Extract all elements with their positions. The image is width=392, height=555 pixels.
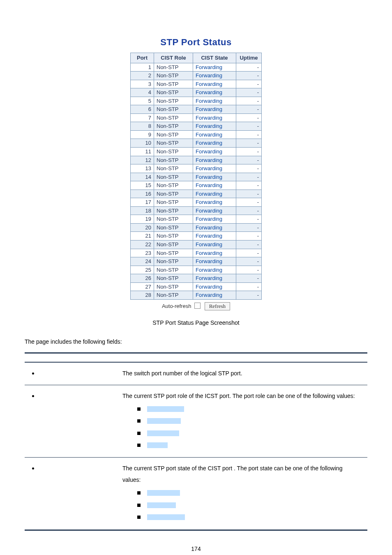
table-row: 26Non-STPForwarding- (131, 274, 262, 283)
uptime-cell: - (236, 223, 262, 232)
bullet-icon (32, 372, 34, 375)
port-cell: 3 (131, 80, 154, 88)
square-icon (137, 504, 141, 507)
page-title: STP Port Status (25, 37, 367, 48)
port-cell: 26 (131, 274, 154, 283)
col-port: Port (131, 53, 154, 63)
state-cell: Forwarding (193, 164, 236, 173)
port-cell: 10 (131, 139, 154, 148)
table-row: 16Non-STPForwarding- (131, 190, 262, 198)
square-icon (137, 419, 141, 423)
table-row: 20Non-STPForwarding- (131, 223, 262, 232)
role-cell: Non-STP (154, 105, 193, 114)
state-cell: Forwarding (193, 173, 236, 181)
uptime-cell: - (236, 88, 262, 97)
uptime-cell: - (236, 198, 262, 207)
state-cell: Forwarding (193, 63, 236, 72)
col-state: CIST State (193, 53, 236, 63)
port-cell: 8 (131, 122, 154, 131)
state-cell: Forwarding (193, 274, 236, 283)
table-row: 19Non-STPForwarding- (131, 215, 262, 224)
auto-refresh-label: Auto-refresh (162, 303, 191, 309)
refresh-button[interactable]: Refresh (205, 302, 230, 310)
port-cell: 15 (131, 181, 154, 190)
port-cell: 23 (131, 249, 154, 257)
state-cell: Forwarding (193, 232, 236, 240)
role-cell: Non-STP (154, 232, 193, 240)
role-cell: Non-STP (154, 198, 193, 207)
uptime-cell: - (236, 274, 262, 283)
uptime-cell: - (236, 282, 262, 291)
state-cell: Forwarding (193, 122, 236, 131)
port-cell: 5 (131, 97, 154, 105)
desc-text: The switch port number of the logical ST… (117, 362, 367, 385)
table-row: 14Non-STPForwarding- (131, 173, 262, 181)
uptime-cell: - (236, 156, 262, 164)
table-row: 27Non-STPForwarding- (131, 282, 262, 291)
uptime-cell: - (236, 130, 262, 139)
table-row: 28Non-STPForwarding- (131, 291, 262, 300)
table-row: 24Non-STPForwarding- (131, 257, 262, 266)
role-cell: Non-STP (154, 266, 193, 274)
state-cell: Forwarding (193, 72, 236, 80)
table-header-row: Port CIST Role CIST State Uptime (131, 53, 262, 63)
state-cell: Forwarding (193, 198, 236, 207)
port-cell: 28 (131, 291, 154, 300)
screenshot-caption: STP Port Status Page Screenshot (25, 319, 367, 326)
role-cell: Non-STP (154, 130, 193, 139)
state-cell: Forwarding (193, 105, 236, 114)
state-cell: Forwarding (193, 249, 236, 257)
port-cell: 7 (131, 113, 154, 122)
table-row: 12Non-STPForwarding- (131, 156, 262, 164)
uptime-cell: - (236, 139, 262, 148)
role-cell: Non-STP (154, 139, 193, 148)
port-cell: 1 (131, 63, 154, 72)
auto-refresh-checkbox[interactable] (194, 303, 201, 309)
role-cell: Non-STP (154, 63, 193, 72)
role-cell: Non-STP (154, 97, 193, 105)
port-cell: 22 (131, 240, 154, 249)
uptime-cell: - (236, 148, 262, 156)
role-cell: Non-STP (154, 249, 193, 257)
port-cell: 13 (131, 164, 154, 173)
fields-intro: The page includes the following fields: (25, 338, 367, 345)
table-row: 2Non-STPForwarding- (131, 72, 262, 80)
state-cell: Forwarding (193, 80, 236, 88)
state-cell: Forwarding (193, 113, 236, 122)
state-cell: Forwarding (193, 156, 236, 164)
table-row: 7Non-STPForwarding- (131, 113, 262, 122)
uptime-cell: - (236, 215, 262, 224)
redacted-value (147, 502, 176, 508)
state-cell: Forwarding (193, 206, 236, 215)
desc-text: The current STP port state of the CIST p… (122, 465, 342, 483)
square-icon (137, 491, 141, 495)
square-icon (137, 407, 141, 411)
role-cell: Non-STP (154, 223, 193, 232)
table-row: 21Non-STPForwarding- (131, 232, 262, 240)
port-cell: 4 (131, 88, 154, 97)
port-cell: 17 (131, 198, 154, 207)
redacted-value (147, 430, 179, 436)
stp-port-status-table-wrap: Port CIST Role CIST State Uptime 1Non-ST… (130, 53, 262, 313)
uptime-cell: - (236, 291, 262, 300)
state-cell: Forwarding (193, 240, 236, 249)
role-cell: Non-STP (154, 215, 193, 224)
table-row: 18Non-STPForwarding- (131, 206, 262, 215)
state-cell: Forwarding (193, 266, 236, 274)
table-row: 8Non-STPForwarding- (131, 122, 262, 131)
table-row: 3Non-STPForwarding- (131, 80, 262, 88)
role-cell: Non-STP (154, 122, 193, 131)
state-cell: Forwarding (193, 282, 236, 291)
uptime-cell: - (236, 80, 262, 88)
role-cell: Non-STP (154, 88, 193, 97)
desc-row-cist-role: The current STP port role of the ICST po… (25, 385, 367, 458)
uptime-cell: - (236, 164, 262, 173)
state-values-list (137, 487, 362, 523)
uptime-cell: - (236, 97, 262, 105)
state-cell: Forwarding (193, 291, 236, 300)
refresh-row: Auto-refresh Refresh (130, 300, 262, 313)
table-row: 13Non-STPForwarding- (131, 164, 262, 173)
table-row: 5Non-STPForwarding- (131, 97, 262, 105)
state-cell: Forwarding (193, 190, 236, 198)
port-cell: 12 (131, 156, 154, 164)
